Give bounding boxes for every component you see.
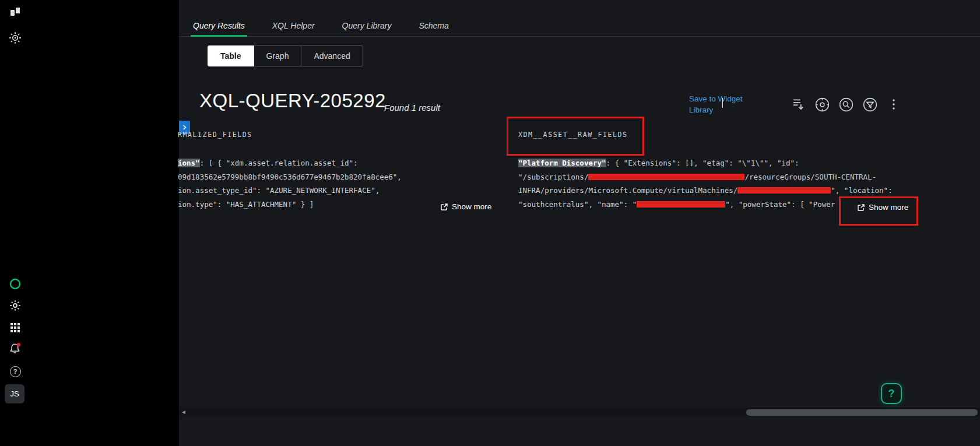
results-toolbar bbox=[789, 95, 903, 114]
active-tab-underline bbox=[191, 35, 247, 37]
hub-ring-icon[interactable] bbox=[8, 277, 22, 291]
json-text: ", "location": bbox=[831, 186, 892, 195]
search-icon[interactable] bbox=[837, 95, 855, 114]
json-text: /resourceGroups/SOUTH-CENTRAL- bbox=[744, 173, 876, 181]
notifications-bell-icon[interactable] bbox=[8, 342, 22, 356]
redaction-bar bbox=[737, 187, 831, 194]
tab-label: Schema bbox=[419, 21, 448, 30]
export-results-icon[interactable] bbox=[789, 95, 807, 114]
threat-burst-icon[interactable] bbox=[8, 31, 22, 45]
json-line: ions": [ { "xdm.asset.relation.asset_id"… bbox=[178, 156, 504, 170]
json-text: : [ { "xdm.asset.relation.asset_id": bbox=[200, 159, 358, 167]
tab-label: Query Results bbox=[193, 21, 245, 30]
reports-icon[interactable] bbox=[8, 5, 22, 19]
tab-query-library[interactable]: Query Library bbox=[342, 21, 392, 36]
external-link-icon bbox=[857, 203, 865, 212]
column-header-raw-fields[interactable]: XDM__ASSET__RAW_FIELDS bbox=[518, 131, 628, 139]
xql-query-results-page: ? JS Query Results XQL Helper Query Libr… bbox=[0, 0, 980, 446]
external-link-icon bbox=[440, 203, 448, 211]
json-line: INFRA/providers/Microsoft.Compute/virtua… bbox=[518, 184, 980, 198]
json-text: : { "Extensions": [], "etag": "\"1\"", "… bbox=[606, 159, 799, 167]
query-results-main: Query Results XQL Helper Query Library S… bbox=[179, 0, 980, 446]
json-line: "Platform Discovery": { "Extensions": []… bbox=[518, 156, 980, 170]
scroll-left-arrow[interactable]: ◄ bbox=[181, 409, 187, 416]
view-graph-button[interactable]: Graph bbox=[254, 45, 302, 66]
save-to-widget-link[interactable]: Save to Widget Library bbox=[689, 93, 747, 115]
help-button[interactable]: ? bbox=[881, 383, 902, 404]
show-more-right-link[interactable]: Show more bbox=[846, 203, 908, 212]
json-text: ", "powerState": [ "Power bbox=[725, 200, 835, 209]
json-text: ion.type": "HAS_ATTACHMENT" } ] bbox=[178, 200, 314, 209]
text-cursor bbox=[722, 98, 723, 108]
redaction-bar bbox=[637, 201, 725, 208]
tab-label: XQL Helper bbox=[272, 21, 315, 30]
help-circle-icon[interactable]: ? bbox=[8, 364, 22, 378]
tab-xql-helper[interactable]: XQL Helper bbox=[272, 21, 315, 36]
json-text: INFRA/providers/Microsoft.Compute/virtua… bbox=[518, 186, 737, 195]
tab-query-results[interactable]: Query Results bbox=[193, 21, 245, 36]
filter-icon[interactable] bbox=[860, 95, 879, 114]
json-text: "/subscriptions/ bbox=[518, 173, 588, 181]
show-more-label: Show more bbox=[869, 203, 908, 212]
horizontal-scrollbar-thumb[interactable] bbox=[746, 409, 978, 416]
view-switcher: Table Graph Advanced bbox=[208, 45, 363, 66]
view-options-icon[interactable] bbox=[813, 95, 831, 114]
query-tabs: Query Results XQL Helper Query Library S… bbox=[179, 17, 980, 37]
highlighted-token: ions" bbox=[178, 159, 200, 167]
query-title: XQL-QUERY-205292 bbox=[199, 90, 386, 112]
json-text: 09d183562e5799bb8bf9490c536d677e9467b2b8… bbox=[178, 173, 402, 181]
tab-label: Query Library bbox=[342, 21, 392, 30]
cell-raw-fields[interactable]: "Platform Discovery": { "Extensions": []… bbox=[518, 156, 980, 211]
show-more-left-link[interactable]: Show more bbox=[440, 202, 491, 211]
view-table-button[interactable]: Table bbox=[208, 45, 254, 66]
redaction-bar bbox=[588, 174, 744, 180]
apps-grid-icon[interactable] bbox=[8, 321, 22, 335]
left-nav-sidebar: ? JS bbox=[0, 0, 179, 446]
json-line: ion.asset_type_id": "AZURE_NETWORK_INTER… bbox=[178, 184, 504, 198]
show-more-label: Show more bbox=[452, 202, 491, 211]
json-text: "southcentralus", "name": " bbox=[518, 200, 637, 209]
help-glyph: ? bbox=[10, 366, 21, 377]
json-text: ion.asset_type_id": "AZURE_NETWORK_INTER… bbox=[178, 186, 380, 195]
apps-grid-glyph bbox=[10, 323, 20, 332]
tab-schema[interactable]: Schema bbox=[419, 21, 448, 36]
json-line: "southcentralus", "name": "", "powerStat… bbox=[518, 198, 980, 212]
more-options-icon[interactable] bbox=[884, 95, 903, 114]
user-avatar[interactable]: JS bbox=[5, 384, 24, 403]
result-count: Found 1 result bbox=[384, 103, 440, 113]
view-advanced-button[interactable]: Advanced bbox=[301, 45, 363, 66]
json-line: 09d183562e5799bb8bf9490c536d677e9467b2b8… bbox=[178, 170, 504, 184]
column-header-normalized-fields[interactable]: RMALIZED_FIELDS bbox=[178, 131, 252, 139]
settings-gear-icon[interactable] bbox=[8, 298, 22, 312]
highlighted-token: "Platform Discovery" bbox=[518, 159, 606, 167]
notification-badge bbox=[17, 343, 20, 346]
json-line: "/subscriptions//resourceGroups/SOUTH-CE… bbox=[518, 170, 980, 184]
